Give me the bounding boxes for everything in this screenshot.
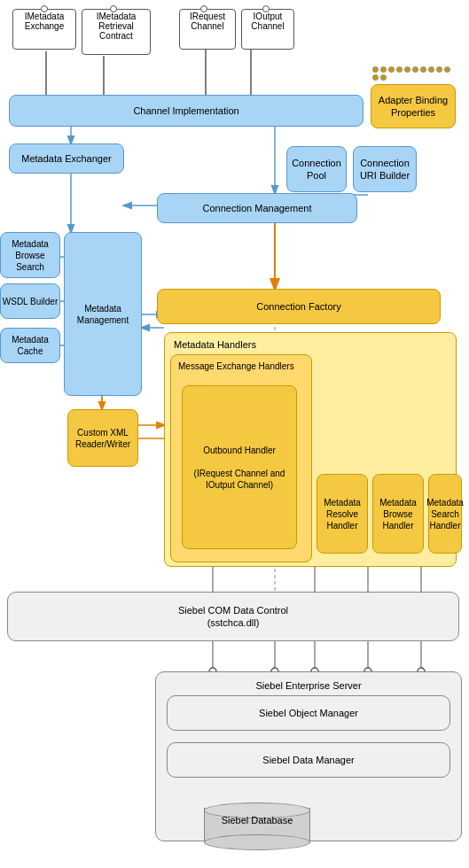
imetadata-retrieval-label: IMetadata Retrieval Contract (97, 12, 136, 41)
ioutput-channel-label: IOutput Channel (251, 12, 284, 31)
imetadata-retrieval-connector (110, 5, 117, 12)
siebel-database-box: Siebel Database (204, 799, 310, 848)
irequest-channel-box: IRequest Channel (179, 9, 236, 50)
imetadata-retrieval-box: IMetadata Retrieval Contract (82, 9, 151, 55)
wsdl-builder-label: WSDL Builder (3, 296, 58, 307)
irequest-channel-connector (200, 5, 207, 12)
outbound-handler-label: Outbound Handler (IRequest Channel and I… (188, 445, 291, 491)
siebel-com-data-control-box: Siebel COM Data Control (sstchca.dll) (7, 592, 459, 641)
siebel-enterprise-server-label: Siebel Enterprise Server (156, 679, 461, 692)
imetadata-exchange-connector (41, 5, 48, 12)
metadata-browse-handler-label: Metadata Browse Handler (373, 497, 423, 531)
metadata-search-handler-box: Metadata Search Handler (428, 474, 462, 554)
channel-implementation-box: Channel Implementation (9, 95, 363, 127)
dot-10 (444, 66, 450, 73)
channel-implementation-label: Channel Implementation (133, 105, 238, 117)
ioutput-channel-connector (262, 5, 270, 12)
dot-1 (372, 66, 379, 73)
dot-7 (420, 66, 426, 73)
custom-xml-reader-writer-box: Custom XML Reader/Writer (67, 409, 138, 467)
siebel-database-label: Siebel Database (204, 815, 310, 825)
imetadata-exchange-box: IMetadata Exchange (12, 9, 76, 50)
dot-6 (412, 66, 418, 73)
metadata-management-label: Metadata Management (65, 303, 141, 326)
dot-11 (372, 74, 379, 81)
connection-factory-box: Connection Factory (157, 289, 441, 324)
siebel-object-manager-label: Siebel Object Manager (259, 707, 358, 719)
metadata-management-box: Metadata Management (64, 232, 142, 396)
metadata-browse-handler-box: Metadata Browse Handler (372, 474, 424, 554)
dot-9 (436, 66, 442, 73)
dot-8 (428, 66, 434, 73)
wsdl-builder-box: WSDL Builder (0, 283, 60, 319)
metadata-resolve-handler-box: Metadata Resolve Handler (317, 474, 368, 554)
outbound-handler-box: Outbound Handler (IRequest Channel and I… (182, 385, 297, 549)
metadata-exchanger-box: Metadata Exchanger (9, 143, 124, 174)
architecture-diagram: IMetadata Exchange IMetadata Retrieval C… (0, 0, 469, 18)
irequest-channel-label: IRequest Channel (190, 12, 225, 31)
metadata-browse-search-box: Metadata Browse Search (0, 232, 60, 278)
connection-factory-label: Connection Factory (256, 300, 340, 313)
siebel-data-manager-label: Siebel Data Manager (262, 754, 354, 766)
adapter-binding-properties-box: Adapter Binding Properties (371, 84, 456, 128)
connection-pool-box: Connection Pool (286, 146, 347, 192)
imetadata-exchange-label: IMetadata Exchange (25, 12, 64, 31)
metadata-browse-search-label: Metadata Browse Search (1, 238, 59, 273)
metadata-cache-label: Metadata Cache (1, 334, 59, 357)
connection-pool-label: Connection Pool (287, 157, 346, 182)
siebel-data-manager-box: Siebel Data Manager (167, 742, 450, 778)
siebel-object-manager-box: Siebel Object Manager (167, 695, 450, 731)
connection-uri-builder-box: Connection URI Builder (353, 146, 417, 192)
metadata-exchanger-label: Metadata Exchanger (21, 152, 112, 165)
dot-5 (404, 66, 410, 73)
message-exchange-handlers-label: Message Exchange Handlers (178, 360, 294, 372)
dot-2 (380, 66, 387, 73)
connection-management-label: Connection Management (203, 202, 312, 214)
metadata-search-handler-label: Metadata Search Handler (426, 497, 464, 531)
dot-3 (388, 66, 395, 73)
siebel-com-data-control-label: Siebel COM Data Control (sstchca.dll) (178, 604, 288, 630)
custom-xml-reader-writer-label: Custom XML Reader/Writer (68, 427, 137, 450)
connection-management-box: Connection Management (157, 193, 357, 223)
dot-4 (396, 66, 403, 73)
metadata-handlers-label: Metadata Handlers (174, 338, 256, 351)
metadata-cache-box: Metadata Cache (0, 328, 60, 363)
adapter-binding-dots-container (372, 66, 450, 81)
metadata-resolve-handler-label: Metadata Resolve Handler (317, 497, 367, 531)
adapter-binding-properties-label: Adapter Binding Properties (371, 94, 455, 120)
ioutput-channel-box: IOutput Channel (241, 9, 294, 50)
connection-uri-builder-label: Connection URI Builder (354, 157, 416, 182)
dot-12 (380, 74, 387, 81)
